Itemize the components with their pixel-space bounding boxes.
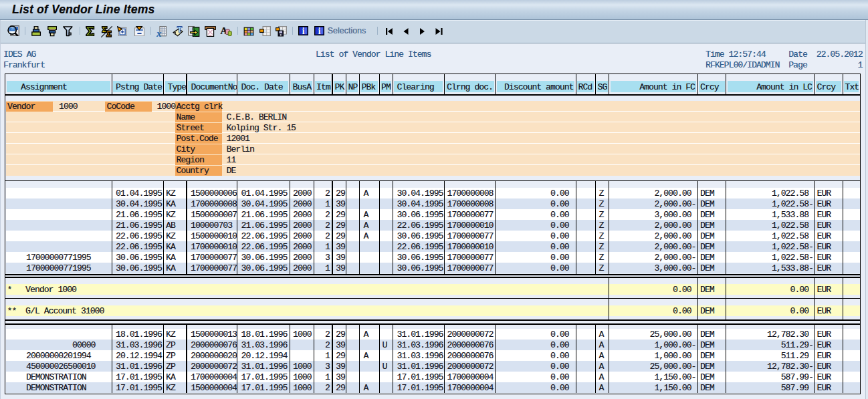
svg-text:x: x (156, 27, 161, 37)
